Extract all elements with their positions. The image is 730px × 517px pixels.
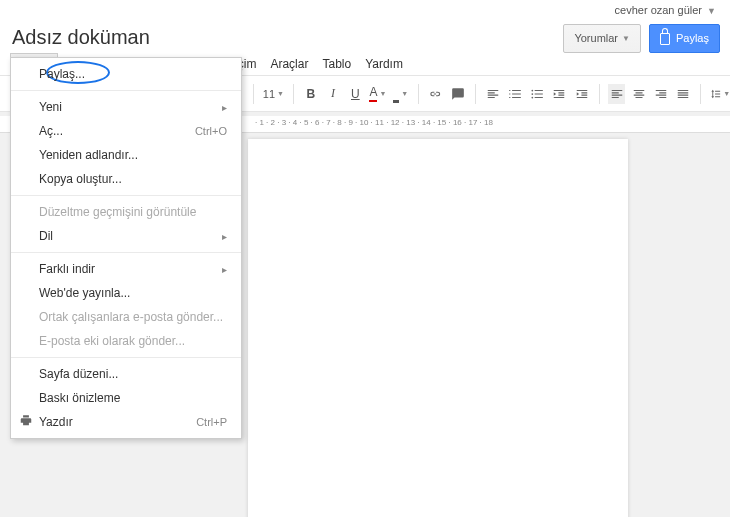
menuitem-open-label: Aç... — [39, 124, 63, 138]
toolbar-separator — [253, 84, 254, 104]
toolbar-separator — [599, 84, 600, 104]
font-size-value: 11 — [263, 88, 275, 100]
svg-point-2 — [532, 96, 534, 98]
lock-icon — [660, 33, 670, 45]
menuitem-print-shortcut: Ctrl+P — [196, 416, 227, 428]
menu-separator — [11, 90, 241, 91]
toolbar-separator — [700, 84, 701, 104]
svg-point-1 — [532, 93, 534, 95]
menuitem-make-copy-label: Kopya oluştur... — [39, 172, 122, 186]
menuitem-new-label: Yeni — [39, 100, 62, 114]
menuitem-rename[interactable]: Yeniden adlandır... — [11, 143, 241, 167]
text-color-button[interactable]: A ▼ — [369, 84, 386, 104]
menu-tools[interactable]: Araçlar — [263, 53, 315, 75]
document-page[interactable] — [248, 139, 628, 517]
menu-separator — [11, 195, 241, 196]
account-name[interactable]: cevher ozan güler — [615, 4, 702, 16]
bold-button[interactable]: B — [303, 84, 319, 104]
menuitem-revision-label: Düzeltme geçmişini görüntüle — [39, 205, 196, 219]
align-center-button[interactable] — [631, 84, 647, 104]
highlight-swatch-icon — [393, 85, 400, 103]
menuitem-share-label: Paylaş... — [39, 67, 85, 81]
submenu-caret-icon: ▸ — [222, 231, 227, 242]
menuitem-email-attach-label: E-posta eki olarak gönder... — [39, 334, 185, 348]
increase-indent-button[interactable] — [573, 84, 589, 104]
menuitem-open[interactable]: Aç... Ctrl+O — [11, 119, 241, 143]
menuitem-print-preview[interactable]: Baskı önizleme — [11, 386, 241, 410]
toolbar-separator — [475, 84, 476, 104]
menuitem-language[interactable]: Dil ▸ — [11, 224, 241, 248]
menuitem-language-label: Dil — [39, 229, 53, 243]
caret-down-icon: ▼ — [401, 90, 408, 97]
account-bar: cevher ozan güler ▼ — [0, 0, 730, 26]
svg-point-0 — [532, 89, 534, 91]
ruler-ticks: · 1 · 2 · 3 · 4 · 5 · 6 · 7 · 8 · 9 · 10… — [255, 118, 493, 127]
caret-down-icon: ▼ — [622, 26, 630, 51]
menu-separator — [11, 252, 241, 253]
file-dropdown: Paylaş... Yeni ▸ Aç... Ctrl+O Yeniden ad… — [10, 57, 242, 439]
menuitem-print[interactable]: Yazdır Ctrl+P — [11, 410, 241, 434]
align-justify-button[interactable] — [675, 84, 691, 104]
text-color-a: A — [369, 85, 377, 102]
caret-down-icon: ▼ — [723, 90, 730, 97]
share-label: Paylaş — [676, 26, 709, 51]
align-left-button[interactable] — [485, 84, 501, 104]
menuitem-download-as[interactable]: Farklı indir ▸ — [11, 257, 241, 281]
submenu-caret-icon: ▸ — [222, 264, 227, 275]
menuitem-share[interactable]: Paylaş... — [11, 62, 241, 86]
submenu-caret-icon: ▸ — [222, 102, 227, 113]
menuitem-open-shortcut: Ctrl+O — [195, 125, 227, 137]
insert-comment-button[interactable] — [450, 84, 466, 104]
comments-button[interactable]: Yorumlar ▼ — [563, 24, 641, 53]
menu-separator — [11, 357, 241, 358]
menuitem-revision-history: Düzeltme geçmişini görüntüle — [11, 200, 241, 224]
menuitem-email-attachment: E-posta eki olarak gönder... — [11, 329, 241, 353]
menuitem-email-collaborators: Ortak çalışanlara e-posta gönder... — [11, 305, 241, 329]
share-button[interactable]: Paylaş — [649, 24, 720, 53]
align-right-button[interactable] — [653, 84, 669, 104]
align-left-button-2[interactable] — [608, 84, 624, 104]
insert-link-button[interactable] — [427, 84, 443, 104]
bullet-list-button[interactable] — [529, 84, 545, 104]
font-size-select[interactable]: 11 ▼ — [263, 84, 284, 104]
menuitem-print-label: Yazdır — [39, 415, 73, 429]
menuitem-publish-label: Web'de yayınla... — [39, 286, 130, 300]
menuitem-email-collab-label: Ortak çalışanlara e-posta gönder... — [39, 310, 223, 324]
menuitem-page-setup[interactable]: Sayfa düzeni... — [11, 362, 241, 386]
toolbar-separator — [293, 84, 294, 104]
account-caret-icon[interactable]: ▼ — [707, 6, 716, 16]
menuitem-make-copy[interactable]: Kopya oluştur... — [11, 167, 241, 191]
caret-down-icon: ▼ — [379, 90, 386, 97]
comments-label: Yorumlar — [574, 26, 618, 51]
menu-help[interactable]: Yardım — [358, 53, 410, 75]
header-actions: Yorumlar ▼ Paylaş — [563, 24, 720, 53]
line-spacing-button[interactable]: ▼ — [710, 84, 730, 104]
numbered-list-button[interactable] — [507, 84, 523, 104]
toolbar-separator — [418, 84, 419, 104]
menuitem-publish-web[interactable]: Web'de yayınla... — [11, 281, 241, 305]
caret-down-icon: ▼ — [277, 90, 284, 97]
underline-button[interactable]: U — [347, 84, 363, 104]
menuitem-page-setup-label: Sayfa düzeni... — [39, 367, 118, 381]
highlight-color-button[interactable]: ▼ — [392, 84, 408, 104]
italic-button[interactable]: I — [325, 84, 341, 104]
printer-icon — [19, 414, 33, 431]
menuitem-new[interactable]: Yeni ▸ — [11, 95, 241, 119]
menuitem-download-label: Farklı indir — [39, 262, 95, 276]
menuitem-print-preview-label: Baskı önizleme — [39, 391, 120, 405]
decrease-indent-button[interactable] — [551, 84, 567, 104]
menu-table[interactable]: Tablo — [315, 53, 358, 75]
menuitem-rename-label: Yeniden adlandır... — [39, 148, 138, 162]
